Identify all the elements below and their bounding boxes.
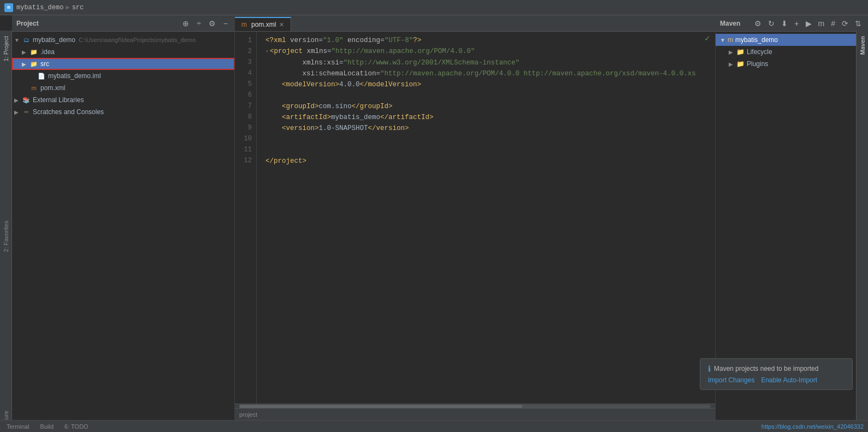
code-editor[interactable]: <?xml version="1.0" encoding="UTF-8"?> ▾… bbox=[257, 32, 715, 404]
maven-panel-title: Maven bbox=[720, 20, 750, 27]
sort-button[interactable]: ÷ bbox=[194, 18, 203, 29]
maven-project-icon: m bbox=[728, 36, 733, 44]
enable-autoimport-link[interactable]: Enable Auto-Import bbox=[761, 376, 817, 384]
checkmark-indicator: ✓ bbox=[705, 33, 710, 44]
maven-update-btn[interactable]: ⟳ bbox=[840, 18, 851, 29]
lifecycle-icon: 📁 bbox=[736, 48, 745, 56]
status-right: https://blog.csdn.net/weixin_42046332 bbox=[761, 423, 864, 430]
tree-label-scratches: Scratches and Consoles bbox=[33, 108, 104, 116]
maven-item-lifecycle[interactable]: ▶ 📁 Lifecycle bbox=[716, 46, 868, 58]
project-icon: m bbox=[4, 3, 13, 12]
notif-actions: Import Changes Enable Auto-Import bbox=[708, 376, 845, 384]
notif-info-icon: ℹ bbox=[708, 364, 711, 373]
editor-footer: project bbox=[235, 408, 715, 420]
file-icon-iml: 📄 bbox=[37, 72, 46, 80]
title-sep: ▶ bbox=[66, 3, 69, 11]
editor-content[interactable]: 12345 678910 1112 <?xml version="1.0" en… bbox=[235, 32, 715, 404]
project-panel: Project ⊕ ÷ ⚙ − ▼ 🗂 mybatis_demo C:\User… bbox=[12, 15, 235, 420]
file-icon-pom: m bbox=[29, 84, 38, 92]
tree-label-pom: pom.xml bbox=[40, 84, 65, 92]
tree-label-root: mybatis_demo bbox=[33, 36, 75, 44]
editor-tabs: m pom.xml ✕ bbox=[235, 15, 715, 32]
maven-notification: ℹ Maven projects need to be imported Imp… bbox=[700, 358, 853, 390]
notif-title: Maven projects need to be imported bbox=[714, 365, 818, 372]
scrollbar-thumb[interactable] bbox=[239, 405, 522, 408]
left-side-strip: 1: Project 2: Favorites 7: Structure bbox=[0, 31, 12, 420]
maven-item-root[interactable]: ▼ m mybatis_demo bbox=[716, 34, 868, 46]
sidebar-item-structure[interactable]: 7: Structure bbox=[1, 405, 11, 420]
arrow-extlibs: ▶ bbox=[14, 97, 22, 103]
tab-close-pom[interactable]: ✕ bbox=[279, 21, 284, 28]
maven-arrow-plugins: ▶ bbox=[729, 61, 736, 67]
maven-refresh-btn[interactable]: ↻ bbox=[766, 18, 777, 29]
sidebar-item-project[interactable]: 1: Project bbox=[1, 31, 11, 67]
tab-pom-label: pom.xml bbox=[251, 21, 276, 28]
maven-hash-btn[interactable]: # bbox=[829, 18, 837, 29]
tree-path-root: C:\Users\wangf\IdeaProjects\mybatis_demo bbox=[79, 37, 196, 43]
tree-item-extlibs[interactable]: ▶ 📚 External Libraries bbox=[12, 94, 234, 106]
arrow-src: ▶ bbox=[22, 61, 29, 67]
tree-item-idea[interactable]: ▶ 📁 .idea bbox=[12, 46, 234, 58]
editor-scrollbar[interactable] bbox=[235, 404, 715, 408]
tree-item-pom[interactable]: m pom.xml bbox=[12, 82, 234, 94]
tree-label-idea: .idea bbox=[40, 48, 55, 56]
status-left: Terminal Build 6: TODO bbox=[4, 423, 761, 430]
tree-item-iml[interactable]: 📄 mybatis_demo.iml bbox=[12, 70, 234, 82]
maven-arrow-root: ▼ bbox=[720, 37, 728, 43]
arrow-scratches: ▶ bbox=[14, 109, 22, 115]
tree-label-iml: mybatis_demo.iml bbox=[48, 72, 101, 80]
import-changes-link[interactable]: Import Changes bbox=[708, 376, 754, 384]
tree-item-scratches[interactable]: ▶ ✏ Scratches and Consoles bbox=[12, 106, 234, 118]
minimize-button[interactable]: − bbox=[221, 18, 230, 29]
maven-arrow-lifecycle: ▶ bbox=[729, 49, 736, 55]
sidebar-item-favorites[interactable]: 2: Favorites bbox=[1, 215, 11, 257]
tab-pom-xml[interactable]: m pom.xml ✕ bbox=[235, 17, 291, 31]
url-display: https://blog.csdn.net/weixin_42046332 bbox=[761, 423, 864, 430]
tree-label-src: src bbox=[40, 60, 49, 68]
maven-label-lifecycle: Lifecycle bbox=[747, 48, 772, 56]
maven-tab-label[interactable]: Maven bbox=[858, 31, 867, 60]
tree-item-src[interactable]: ▶ 📁 src bbox=[12, 58, 234, 70]
build-btn[interactable]: Build bbox=[38, 423, 56, 430]
maven-settings-btn[interactable]: ⚙ bbox=[752, 18, 764, 29]
maven-download-btn[interactable]: ⬇ bbox=[779, 18, 790, 29]
project-toolbar: Project ⊕ ÷ ⚙ − bbox=[12, 15, 234, 32]
scrollbar-track bbox=[239, 405, 711, 408]
tab-pom-icon: m bbox=[241, 21, 247, 28]
editor-area: m pom.xml ✕ 12345 678910 1112 <?xml vers… bbox=[235, 15, 715, 420]
maven-label-root: mybatis_demo bbox=[735, 36, 778, 44]
project-icon-tree: 🗂 bbox=[22, 35, 31, 44]
settings-button[interactable]: ⚙ bbox=[206, 18, 218, 29]
right-side-strip: Maven bbox=[856, 31, 868, 420]
editor-footer-label: project bbox=[239, 411, 257, 418]
scratch-icon: ✏ bbox=[22, 108, 31, 116]
maven-m-btn[interactable]: m bbox=[816, 18, 827, 29]
line-numbers: 12345 678910 1112 bbox=[235, 32, 257, 404]
tree-label-extlibs: External Libraries bbox=[33, 96, 84, 104]
arrow-idea: ▶ bbox=[22, 49, 29, 55]
todo-btn[interactable]: 6: TODO bbox=[62, 423, 91, 430]
folder-icon-src: 📁 bbox=[29, 60, 38, 68]
project-tree: ▼ 🗂 mybatis_demo C:\Users\wangf\IdeaProj… bbox=[12, 32, 234, 420]
sync-button[interactable]: ⊕ bbox=[180, 18, 191, 29]
maven-add-btn[interactable]: + bbox=[792, 18, 801, 29]
maven-item-plugins[interactable]: ▶ 📁 Plugins bbox=[716, 58, 868, 70]
library-icon: 📚 bbox=[22, 96, 31, 104]
notif-header: ℹ Maven projects need to be imported bbox=[708, 364, 845, 373]
maven-toolbar: Maven ⚙ ↻ ⬇ + ▶ m # ⟳ ⇅ bbox=[716, 15, 868, 32]
title-folder: src bbox=[72, 4, 84, 11]
terminal-btn[interactable]: Terminal bbox=[4, 423, 32, 430]
title-project: mybatis_demo bbox=[16, 4, 63, 11]
plugins-icon: 📁 bbox=[736, 60, 745, 68]
folder-icon-idea: 📁 bbox=[29, 48, 38, 56]
arrow-root: ▼ bbox=[14, 37, 22, 43]
maven-run-btn[interactable]: ▶ bbox=[804, 18, 814, 29]
tree-item-root[interactable]: ▼ 🗂 mybatis_demo C:\Users\wangf\IdeaProj… bbox=[12, 34, 234, 46]
main-layout: 1: Project 2: Favorites 7: Structure Pro… bbox=[0, 15, 868, 420]
status-bar: Terminal Build 6: TODO https://blog.csdn… bbox=[0, 420, 868, 432]
title-bar: m mybatis_demo ▶ src bbox=[0, 0, 868, 15]
maven-expand-btn[interactable]: ⇅ bbox=[853, 18, 864, 29]
maven-label-plugins: Plugins bbox=[747, 60, 768, 68]
project-panel-title: Project bbox=[16, 20, 39, 27]
